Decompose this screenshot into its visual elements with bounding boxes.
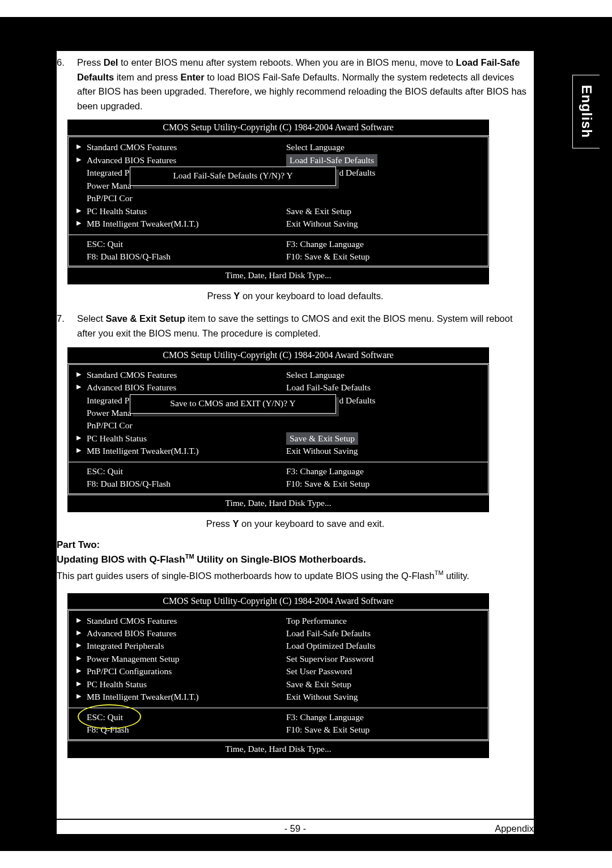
menu-item[interactable]: ▶PnP/PCI Cor: [87, 192, 141, 205]
arrow-icon: ▶: [76, 370, 81, 379]
part-two-subheading: Updating BIOS with Q-FlashTM Utility on …: [57, 553, 534, 565]
bios-screen-1: CMOS Setup Utility-Copyright (C) 1984-20…: [67, 119, 490, 285]
menu-item[interactable]: Select Language: [286, 141, 488, 154]
menu-item[interactable]: ▶Standard CMOS Features: [87, 141, 278, 154]
menu-item[interactable]: ▶PC Health Status: [87, 205, 278, 218]
bios-title: CMOS Setup Utility-Copyright (C) 1984-20…: [67, 120, 489, 136]
bios-title: CMOS Setup Utility-Copyright (C) 1984-20…: [67, 593, 489, 610]
foot-key: ESC: Quit: [87, 711, 278, 724]
menu-item[interactable]: ▶Advanced BIOS Features: [87, 627, 278, 640]
menu-item[interactable]: Load Fail-Safe Defaults: [286, 381, 488, 394]
step-num: 6.: [57, 56, 77, 113]
menu-item[interactable]: ▶MB Intelligent Tweaker(M.I.T.): [87, 445, 278, 457]
menu-item[interactable]: ▶PC Health Status: [87, 432, 278, 445]
arrow-icon: ▶: [76, 155, 81, 164]
foot-key: ESC: Quit: [87, 238, 278, 250]
foot-key: F10: Save & Exit Setup: [286, 250, 488, 263]
bios-help: Time, Date, Hard Disk Type...: [67, 495, 489, 512]
menu-item[interactable]: ▶Advanced BIOS Features: [87, 381, 278, 394]
arrow-icon: ▶: [76, 692, 81, 701]
arrow-icon: ▶: [76, 654, 81, 663]
menu-item[interactable]: ▶Standard CMOS Features: [87, 615, 278, 627]
menu-item[interactable]: ▶PC Health Status: [87, 678, 278, 691]
part-two-heading: Part Two:: [57, 539, 534, 551]
confirm-dialog[interactable]: Load Fail-Safe Defaults (Y/N)? Y: [130, 167, 336, 186]
foot-key: F10: Save & Exit Setup: [286, 724, 488, 736]
arrow-icon: ▶: [76, 142, 81, 151]
side-tab: English: [572, 75, 600, 148]
foot-key: F3: Change Language: [286, 238, 488, 250]
step-num: 7.: [57, 312, 77, 341]
caption-1: Press Y on your keyboard to load default…: [57, 291, 534, 301]
step-text: Press Del to enter BIOS menu after syste…: [77, 56, 534, 113]
arrow-icon: ▶: [76, 679, 81, 688]
menu-item[interactable]: Select Language: [286, 369, 488, 381]
foot-key: F8: Q-Flash: [87, 724, 278, 736]
arrow-icon: ▶: [76, 433, 81, 442]
menu-item[interactable]: Save & Exit Setup: [286, 205, 488, 218]
menu-item[interactable]: ▶Standard CMOS Features: [87, 369, 278, 381]
foot-key: F3: Change Language: [286, 711, 488, 724]
step-7: 7. Select Save & Exit Setup item to save…: [57, 312, 534, 341]
page-number: - 59 -: [284, 823, 307, 834]
menu-item[interactable]: Set Supervisor Password: [286, 653, 488, 665]
bios-screen-2: CMOS Setup Utility-Copyright (C) 1984-20…: [67, 347, 490, 513]
step-6: 6. Press Del to enter BIOS menu after sy…: [57, 56, 534, 113]
menu-item[interactable]: ▶MB Intelligent Tweaker(M.I.T.): [87, 691, 278, 703]
arrow-icon: ▶: [76, 206, 81, 215]
arrow-icon: ▶: [76, 628, 81, 637]
arrow-icon: ▶: [76, 219, 81, 228]
step-text: Select Save & Exit Setup item to save th…: [77, 312, 534, 341]
bios-help: Time, Date, Hard Disk Type...: [67, 741, 489, 758]
foot-key: F10: Save & Exit Setup: [286, 478, 488, 490]
bios-screen-3: CMOS Setup Utility-Copyright (C) 1984-20…: [67, 593, 490, 759]
page-footer: - 59 - Appendix: [57, 819, 534, 834]
side-tab-label: English: [579, 85, 594, 138]
menu-item[interactable]: ▶Integrated Peripherals: [87, 640, 278, 652]
menu-item[interactable]: Exit Without Saving: [286, 691, 488, 703]
foot-key: F3: Change Language: [286, 465, 488, 478]
foot-key: F8: Dual BIOS/Q-Flash: [87, 250, 278, 263]
menu-item-highlighted[interactable]: Save & Exit Setup: [286, 432, 488, 445]
menu-item[interactable]: Top Performance: [286, 615, 488, 627]
menu-item[interactable]: Exit Without Saving: [286, 445, 488, 457]
menu-item[interactable]: ▶MB Intelligent Tweaker(M.I.T.): [87, 218, 278, 230]
menu-item[interactable]: ▶PnP/PCI Configurations: [87, 665, 278, 678]
bios-title: CMOS Setup Utility-Copyright (C) 1984-20…: [67, 347, 489, 364]
menu-item[interactable]: ▶Advanced BIOS Features: [87, 154, 278, 167]
arrow-icon: ▶: [76, 616, 81, 625]
confirm-dialog[interactable]: Save to CMOS and EXIT (Y/N)? Y: [130, 394, 336, 414]
menu-item[interactable]: Save & Exit Setup: [286, 678, 488, 691]
menu-item[interactable]: Load Optimized Defaults: [286, 640, 488, 652]
foot-key: ESC: Quit: [87, 465, 278, 478]
menu-item[interactable]: Set User Password: [286, 665, 488, 678]
caption-2: Press Y on your keyboard to save and exi…: [57, 518, 534, 529]
menu-item[interactable]: Load Fail-Safe Defaults: [286, 627, 488, 640]
arrow-icon: ▶: [76, 382, 81, 392]
appendix-label: Appendix: [495, 823, 534, 834]
arrow-icon: ▶: [76, 666, 81, 675]
menu-item[interactable]: ▶Power Management Setup: [87, 653, 278, 665]
menu-item-highlighted[interactable]: Load Fail-Safe Defaults: [286, 154, 488, 167]
bios-help: Time, Date, Hard Disk Type...: [67, 267, 489, 284]
part-two-paragraph: This part guides users of single-BIOS mo…: [57, 568, 534, 583]
arrow-icon: ▶: [76, 641, 81, 650]
menu-item[interactable]: ▶PnP/PCI Cor: [87, 419, 141, 432]
arrow-icon: ▶: [76, 446, 81, 455]
foot-key: F8: Dual BIOS/Q-Flash: [87, 478, 278, 490]
menu-item[interactable]: Exit Without Saving: [286, 218, 488, 230]
